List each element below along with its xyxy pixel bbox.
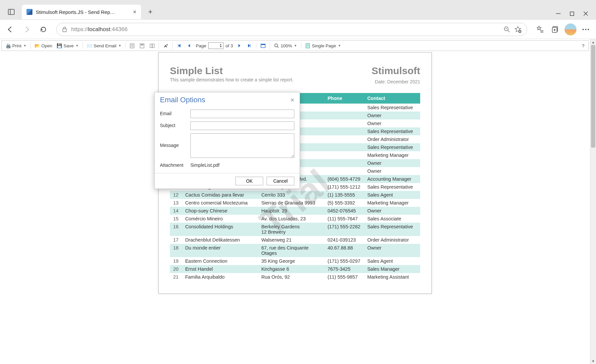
window-minimize-icon[interactable] bbox=[556, 11, 561, 16]
column-header: Phone bbox=[324, 93, 364, 104]
browser-tab[interactable]: Stimulsoft Reports.JS - Send Rep… × bbox=[22, 5, 141, 19]
site-lock-icon bbox=[62, 26, 67, 32]
nav-refresh-button[interactable] bbox=[36, 23, 50, 36]
subject-label: Subject bbox=[160, 121, 190, 128]
table-cell: Owner bbox=[364, 244, 420, 257]
help-button[interactable]: ? bbox=[580, 41, 586, 50]
table-cell: Eastern Connection bbox=[182, 257, 258, 265]
window-close-icon[interactable] bbox=[583, 11, 588, 16]
zoom-out-icon[interactable] bbox=[504, 26, 510, 33]
vertical-scrollbar[interactable]: ▲ ▼ bbox=[590, 39, 596, 364]
more-menu-icon[interactable] bbox=[579, 23, 593, 36]
prev-page-icon bbox=[186, 43, 192, 48]
window-maximize-icon[interactable] bbox=[570, 12, 574, 16]
table-cell: Ernst Handel bbox=[182, 265, 258, 273]
table-cell: 15 bbox=[170, 215, 182, 223]
table-cell: Order Administrator bbox=[364, 236, 420, 244]
svg-rect-29 bbox=[152, 44, 154, 48]
table-cell: Chop-suey Chinese bbox=[182, 207, 258, 215]
send-email-button[interactable]: ✉️Send Email▼ bbox=[85, 41, 123, 50]
parameters-button[interactable] bbox=[137, 41, 147, 50]
svg-rect-26 bbox=[140, 44, 144, 48]
ok-button[interactable]: OK bbox=[235, 177, 263, 185]
url-text: https://localhost:44366 bbox=[71, 26, 500, 33]
browser-sidebar-toggle[interactable] bbox=[3, 4, 19, 20]
find-button[interactable] bbox=[161, 41, 170, 50]
table-cell: 0241-039123 bbox=[324, 236, 364, 244]
table-cell: Marketing Manager bbox=[364, 151, 420, 159]
table-cell bbox=[324, 104, 364, 112]
tab-favicon-icon bbox=[26, 9, 32, 15]
nav-forward-button[interactable] bbox=[20, 23, 34, 36]
save-button[interactable]: 💾Save▼ bbox=[55, 41, 81, 50]
table-cell bbox=[324, 119, 364, 127]
table-cell: 7675-3425 bbox=[324, 265, 364, 273]
next-page-icon bbox=[237, 43, 242, 48]
table-row: 16Consolidated HoldingsBerkeley Gardens … bbox=[170, 223, 420, 236]
svg-point-20 bbox=[585, 29, 586, 30]
table-cell: 21 bbox=[170, 273, 182, 281]
resources-button[interactable] bbox=[147, 41, 157, 50]
tab-close-icon[interactable]: × bbox=[133, 9, 136, 16]
zoom-button[interactable]: 100%▼ bbox=[272, 41, 299, 50]
address-bar[interactable]: https://localhost:44366 bbox=[56, 23, 527, 36]
profile-avatar[interactable] bbox=[564, 23, 577, 36]
parameters-icon bbox=[139, 43, 145, 48]
save-icon: 💾 bbox=[57, 43, 62, 48]
svg-rect-31 bbox=[261, 44, 265, 45]
table-cell: Sierras de Granada 9993 bbox=[258, 199, 324, 207]
new-tab-button[interactable]: + bbox=[144, 5, 157, 19]
scroll-down-icon[interactable]: ▼ bbox=[590, 358, 596, 364]
nav-back-button[interactable] bbox=[3, 23, 17, 36]
svg-point-19 bbox=[582, 29, 584, 30]
prev-page-button[interactable] bbox=[184, 41, 194, 50]
table-cell: 17 bbox=[170, 236, 182, 244]
browser-tab-strip: Stimulsoft Reports.JS - Send Rep… × + bbox=[0, 0, 596, 20]
print-button[interactable]: 🖨️Print▼ bbox=[4, 41, 28, 50]
table-cell bbox=[324, 127, 364, 135]
favorites-list-icon[interactable] bbox=[533, 23, 547, 36]
browser-address-bar-row: https://localhost:44366 bbox=[0, 20, 596, 39]
scrollbar-thumb[interactable] bbox=[591, 45, 595, 148]
table-cell bbox=[324, 112, 364, 119]
table-cell: Berkeley Gardens 12 Brewery bbox=[258, 223, 324, 236]
table-row: 14Chop-suey ChineseHauptstr. 290452-0765… bbox=[170, 207, 420, 215]
open-button[interactable]: 📂Open bbox=[33, 41, 54, 50]
subject-input[interactable] bbox=[190, 121, 294, 130]
table-cell: Familia Arquibaldo bbox=[182, 273, 258, 281]
last-page-icon bbox=[247, 43, 252, 48]
view-mode-button[interactable]: Single Page▼ bbox=[303, 41, 343, 50]
dialog-close-icon[interactable]: × bbox=[290, 96, 294, 104]
table-row: 21Familia ArquibaldoRua Orós, 92(11) 555… bbox=[170, 273, 420, 281]
table-cell: 14 bbox=[170, 207, 182, 215]
scroll-up-icon[interactable]: ▲ bbox=[590, 39, 596, 45]
table-cell: Hauptstr. 29 bbox=[258, 207, 324, 215]
attachment-label: Attachment bbox=[160, 161, 190, 168]
table-cell: (171) 555-2282 bbox=[324, 223, 364, 236]
svg-line-33 bbox=[277, 47, 278, 48]
next-page-button[interactable] bbox=[235, 41, 244, 50]
cancel-button[interactable]: Cancel bbox=[267, 177, 294, 185]
message-textarea[interactable] bbox=[190, 133, 294, 158]
bookmarks-button[interactable] bbox=[127, 41, 137, 50]
table-cell: Accounting Manager bbox=[364, 175, 420, 183]
table-cell: Sales Associate bbox=[364, 215, 420, 223]
email-label: Email bbox=[160, 110, 190, 116]
favorite-add-icon[interactable] bbox=[514, 26, 522, 33]
last-page-button[interactable] bbox=[245, 41, 254, 50]
collections-icon[interactable] bbox=[548, 23, 562, 36]
table-cell: 0452-076545 bbox=[324, 207, 364, 215]
table-cell bbox=[324, 159, 364, 167]
table-cell: (1) 135-5555 bbox=[324, 191, 364, 199]
svg-rect-28 bbox=[150, 44, 152, 48]
page-input[interactable] bbox=[208, 42, 224, 49]
column-header: Contact bbox=[364, 93, 420, 104]
page-label: Page bbox=[196, 43, 206, 48]
first-page-button[interactable] bbox=[174, 41, 184, 50]
table-row: 19Eastern Connection35 King George(171) … bbox=[170, 257, 420, 265]
table-cell: 19 bbox=[170, 257, 182, 265]
fullscreen-button[interactable] bbox=[258, 41, 268, 50]
svg-rect-0 bbox=[8, 9, 14, 15]
svg-line-9 bbox=[508, 30, 510, 32]
email-input[interactable] bbox=[190, 110, 294, 118]
